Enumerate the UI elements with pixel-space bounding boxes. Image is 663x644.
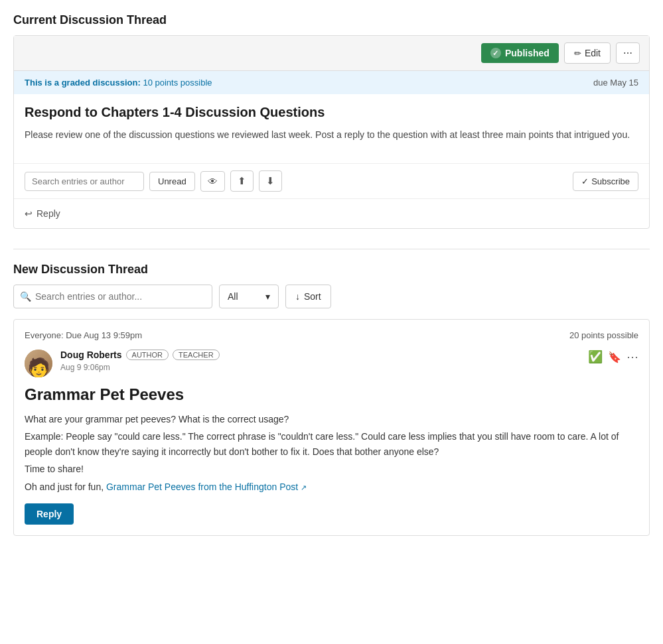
teacher-badge: TEACHER: [173, 350, 220, 360]
post-huffington-link[interactable]: Grammar Pet Peeves from the Huffington P…: [106, 482, 307, 492]
post-author-name-row: Doug Roberts AUTHOR TEACHER: [60, 350, 220, 360]
edit-button[interactable]: ✏ Edit: [564, 42, 611, 64]
post-points: 20 points possible: [569, 330, 638, 340]
post-header-right: ✅ 🔖 ⋯: [588, 350, 638, 364]
sort-label: Sort: [304, 291, 321, 302]
collapse-all-button[interactable]: ⬆: [230, 170, 254, 192]
sort-icon: ↓: [295, 291, 300, 302]
search-input-old[interactable]: [25, 172, 144, 191]
thread-body: Respond to Chapters 1-4 Discussion Quest…: [14, 94, 649, 163]
published-button[interactable]: ✓ Published: [481, 43, 559, 63]
graded-due-date: due May 15: [593, 78, 638, 88]
search-icon: 🔍: [20, 291, 31, 302]
thread-title: Respond to Chapters 1-4 Discussion Quest…: [25, 105, 638, 120]
post-more-icon[interactable]: ⋯: [626, 350, 638, 364]
sort-button[interactable]: ↓ Sort: [285, 285, 331, 308]
post-body-prefix: Oh and just for fun,: [25, 482, 106, 492]
post-link-text: Grammar Pet Peeves from the Huffington P…: [106, 482, 298, 492]
avatar: 🧑: [25, 350, 52, 377]
graded-banner-left: This is a graded discussion: 10 points p…: [25, 78, 212, 88]
pencil-icon: ✏: [574, 48, 581, 58]
post-body-line3: Time to share!: [25, 462, 638, 476]
search-input-new[interactable]: [13, 285, 212, 308]
filter-label: All: [228, 291, 238, 302]
expand-all-button[interactable]: ⬇: [259, 170, 282, 192]
post-author-info: Doug Roberts AUTHOR TEACHER Aug 9 9:06pm: [60, 350, 220, 372]
current-thread-title: Current Discussion Thread: [13, 13, 650, 27]
post-meta-top: Everyone: Due Aug 13 9:59pm 20 points po…: [25, 330, 638, 340]
post-due-date: Everyone: Due Aug 13 9:59pm: [25, 330, 142, 340]
published-check-icon: ✓: [490, 48, 501, 58]
thread-card-header: ✓ Published ✏ Edit ⋯: [14, 36, 649, 71]
checkmark-icon: ✓: [581, 176, 589, 186]
post-timestamp: Aug 9 9:06pm: [60, 363, 220, 372]
post-bookmark-icon: 🔖: [608, 351, 621, 363]
current-thread-card: ✓ Published ✏ Edit ⋯ This is a graded di…: [13, 35, 650, 229]
reply-button-old[interactable]: ↩ Reply: [25, 208, 60, 219]
unread-button[interactable]: Unread: [149, 172, 195, 191]
eye-icon-button[interactable]: 👁: [200, 171, 225, 192]
post-header: 🧑 Doug Roberts AUTHOR TEACHER Aug 9 9:06…: [25, 350, 638, 377]
graded-banner: This is a graded discussion: 10 points p…: [14, 71, 649, 94]
post-title: Grammar Pet Peeves: [25, 385, 638, 404]
post-card: Everyone: Due Aug 13 9:59pm 20 points po…: [13, 319, 650, 536]
post-header-left: 🧑 Doug Roberts AUTHOR TEACHER Aug 9 9:06…: [25, 350, 220, 377]
avatar-person-icon: 🧑: [27, 357, 50, 377]
subscribe-button[interactable]: ✓ Subscribe: [573, 172, 638, 191]
reply-label-old: Reply: [37, 208, 60, 219]
new-thread-toolbar: 🔍 All ▾ ↓ Sort: [13, 285, 650, 308]
ellipsis-icon: ⋯: [623, 48, 632, 58]
subscribe-label: Subscribe: [591, 176, 630, 186]
new-thread-section: 🔍 All ▾ ↓ Sort Everyone: Due Aug 13 9:59…: [13, 285, 650, 536]
reply-icon: ↩: [25, 208, 33, 219]
search-wrapper: 🔍: [13, 285, 212, 308]
post-check-icon: ✅: [588, 350, 603, 364]
more-options-button[interactable]: ⋯: [616, 42, 640, 64]
post-author-name: Doug Roberts: [60, 350, 122, 360]
graded-points-text: 10 points possible: [143, 78, 212, 88]
reply-bar: ↩ Reply: [14, 198, 649, 228]
post-body: What are your grammar pet peeves? What i…: [25, 412, 638, 494]
post-body-line2: Example: People say "could care less." T…: [25, 429, 638, 459]
avatar-image: 🧑: [25, 350, 52, 377]
section-divider: [13, 249, 650, 249]
external-link-icon: ↗: [301, 483, 307, 491]
edit-label: Edit: [585, 48, 601, 58]
thread-toolbar: Unread 👁 ⬆ ⬇ ✓ Subscribe: [14, 163, 649, 198]
post-body-line1: What are your grammar pet peeves? What i…: [25, 412, 638, 426]
author-badge: AUTHOR: [126, 350, 169, 360]
filter-dropdown[interactable]: All ▾: [219, 285, 279, 308]
chevron-down-icon: ▾: [265, 291, 270, 302]
graded-banner-label: This is a graded discussion:: [25, 78, 141, 88]
thread-description: Please review one of the discussion ques…: [25, 128, 638, 142]
post-body-line4: Oh and just for fun, Grammar Pet Peeves …: [25, 480, 638, 494]
published-label: Published: [505, 48, 550, 58]
new-thread-title: New Discussion Thread: [13, 263, 650, 277]
reply-button-new[interactable]: Reply: [25, 503, 74, 525]
